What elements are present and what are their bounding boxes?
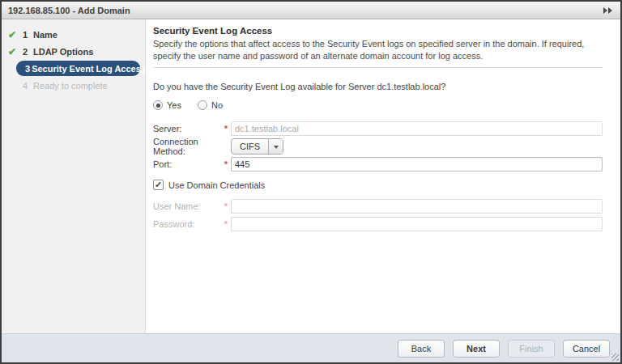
password-input bbox=[231, 217, 603, 231]
step-number: 3 bbox=[25, 64, 30, 74]
user-name-label: User Name: bbox=[153, 201, 221, 211]
dialog-titlebar: 192.168.85.100 - Add Domain bbox=[2, 2, 620, 19]
connection-method-row: Connection Method: CIFS bbox=[153, 139, 603, 154]
user-name-required-asterisk: * bbox=[221, 201, 231, 211]
add-domain-dialog: 192.168.85.100 - Add Domain ✔ 1 Name ✔ 2… bbox=[0, 0, 622, 364]
back-button[interactable]: Back bbox=[398, 340, 445, 358]
security-log-question: Do you have the Security Event Log avail… bbox=[153, 82, 603, 91]
connection-method-value: CIFS bbox=[232, 139, 268, 154]
dialog-title: 192.168.85.100 - Add Domain bbox=[8, 6, 602, 15]
wizard-step-security-event-log-access[interactable]: 3 Security Event Log Access bbox=[16, 61, 140, 76]
step-label: Ready to complete bbox=[33, 81, 108, 91]
radio-no-unselected-icon[interactable] bbox=[198, 100, 207, 110]
server-required-asterisk: * bbox=[221, 124, 231, 133]
page-description: Specify the options that affect access t… bbox=[153, 38, 603, 61]
user-name-row: User Name: * bbox=[153, 199, 603, 214]
finish-button: Finish bbox=[508, 340, 555, 358]
password-label: Password: bbox=[153, 219, 221, 229]
header-divider bbox=[153, 67, 603, 68]
wizard-steps-sidebar: ✔ 1 Name ✔ 2 LDAP Options 3 Security Eve… bbox=[2, 19, 146, 333]
port-required-asterisk: * bbox=[221, 159, 231, 169]
server-label: Server: bbox=[153, 124, 221, 133]
server-input bbox=[231, 121, 603, 136]
radio-yes-label: Yes bbox=[167, 100, 181, 110]
port-input[interactable] bbox=[231, 157, 603, 171]
password-required-asterisk: * bbox=[221, 219, 231, 229]
step-number: 2 bbox=[23, 47, 32, 57]
connection-method-dropdown[interactable]: CIFS bbox=[231, 138, 283, 154]
radio-option-yes[interactable]: Yes bbox=[153, 100, 181, 110]
dialog-footer: Back Next Finish Cancel bbox=[2, 333, 620, 362]
wizard-step-name[interactable]: ✔ 1 Name bbox=[2, 26, 145, 43]
collapse-dialog-icon[interactable] bbox=[602, 6, 614, 15]
wizard-content-panel: Security Event Log Access Specify the op… bbox=[146, 19, 620, 333]
next-button[interactable]: Next bbox=[453, 340, 500, 358]
use-domain-credentials-label: Use Domain Credentials bbox=[168, 180, 265, 190]
step-number: 4 bbox=[23, 81, 32, 91]
cancel-button[interactable]: Cancel bbox=[563, 340, 610, 358]
use-domain-credentials-option[interactable]: ✓ Use Domain Credentials bbox=[153, 179, 603, 191]
log-access-form: Server: * Connection Method: CIFS Port: … bbox=[153, 121, 603, 231]
step-label: Name bbox=[33, 30, 58, 40]
wizard-step-ldap-options[interactable]: ✔ 2 LDAP Options bbox=[2, 43, 145, 60]
connection-method-label: Connection Method: bbox=[153, 137, 221, 156]
wizard-step-ready-to-complete: 4 Ready to complete bbox=[2, 77, 145, 94]
check-icon: ✔ bbox=[8, 46, 21, 57]
step-label: Security Event Log Access bbox=[32, 64, 146, 74]
step-number: 1 bbox=[23, 30, 32, 40]
port-label: Port: bbox=[153, 159, 221, 169]
radio-no-label: No bbox=[211, 100, 223, 110]
security-log-radio-group: Yes No bbox=[153, 100, 603, 110]
server-row: Server: * bbox=[153, 121, 603, 136]
resize-grip[interactable] bbox=[611, 353, 619, 361]
password-row: Password: * bbox=[153, 217, 603, 231]
port-row: Port: * bbox=[153, 157, 603, 171]
radio-yes-selected-icon[interactable] bbox=[153, 100, 163, 110]
page-title: Security Event Log Access bbox=[153, 26, 603, 36]
user-name-input bbox=[231, 199, 603, 214]
chevron-down-icon[interactable] bbox=[268, 139, 283, 154]
check-icon: ✔ bbox=[8, 29, 21, 40]
checkbox-checked-icon[interactable]: ✓ bbox=[153, 180, 164, 190]
radio-option-no[interactable]: No bbox=[198, 100, 223, 110]
step-label: LDAP Options bbox=[33, 47, 93, 57]
